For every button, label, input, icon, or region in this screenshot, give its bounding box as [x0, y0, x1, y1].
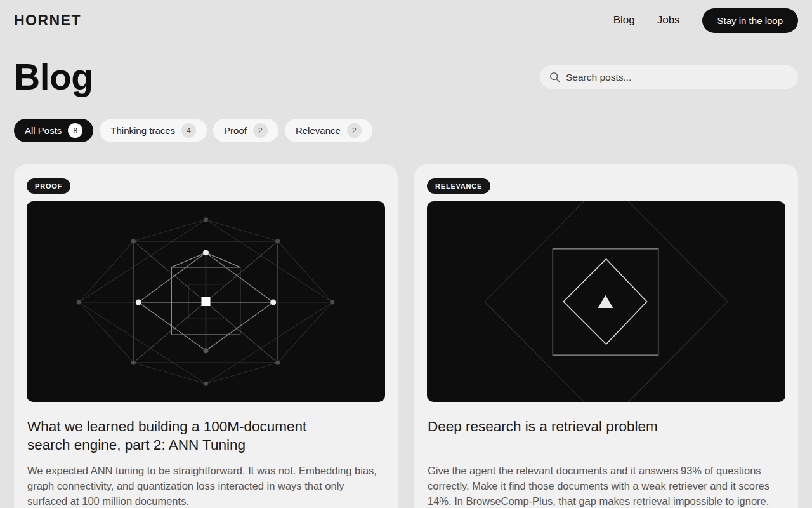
filter-count-badge: 2: [253, 123, 268, 138]
nav-link-blog[interactable]: Blog: [613, 14, 635, 27]
filter-label: Proof: [224, 125, 247, 136]
post-title[interactable]: What we learned building a 100M-document…: [27, 417, 332, 455]
nav-link-jobs[interactable]: Jobs: [657, 14, 680, 27]
page-head: Blog: [0, 59, 812, 95]
post-card-ann-tuning[interactable]: PROOF: [14, 164, 398, 508]
site-header: HORNET Blog Jobs Stay in the loop: [0, 0, 812, 41]
filter-relevance[interactable]: Relevance 2: [285, 119, 372, 142]
filter-label: Relevance: [296, 125, 341, 136]
filter-tabs: All Posts 8 Thinking traces 4 Proof 2 Re…: [0, 119, 812, 142]
search-icon: [549, 72, 560, 83]
search-input[interactable]: [566, 72, 789, 83]
filter-proof[interactable]: Proof 2: [213, 119, 278, 142]
posts-grid: PROOF: [0, 164, 812, 508]
filter-all-posts[interactable]: All Posts 8: [14, 119, 93, 142]
filter-count-badge: 8: [68, 123, 82, 138]
diamond-triangle-artwork: [427, 201, 785, 402]
filter-label: Thinking traces: [110, 125, 175, 136]
network-graph-artwork: [27, 201, 385, 402]
post-excerpt: We expected ANN tuning to be straightfor…: [27, 463, 384, 508]
category-badge: PROOF: [27, 178, 70, 194]
search-box[interactable]: [540, 65, 798, 89]
filter-count-badge: 2: [347, 123, 362, 138]
hornet-logo[interactable]: HORNET: [14, 12, 81, 29]
filter-label: All Posts: [25, 125, 62, 136]
stay-in-the-loop-button[interactable]: Stay in the loop: [702, 8, 798, 33]
category-badge: RELEVANCE: [427, 178, 490, 194]
header-nav: Blog Jobs Stay in the loop: [613, 8, 798, 33]
filter-count-badge: 4: [181, 123, 196, 138]
post-card-deep-research[interactable]: RELEVANCE Deep research is a retrieval p…: [414, 164, 798, 508]
filter-thinking-traces[interactable]: Thinking traces 4: [100, 119, 207, 142]
post-title[interactable]: Deep research is a retrieval problem: [428, 417, 732, 455]
page-title: Blog: [14, 59, 93, 95]
post-excerpt: Give the agent the relevant documents an…: [428, 463, 784, 508]
